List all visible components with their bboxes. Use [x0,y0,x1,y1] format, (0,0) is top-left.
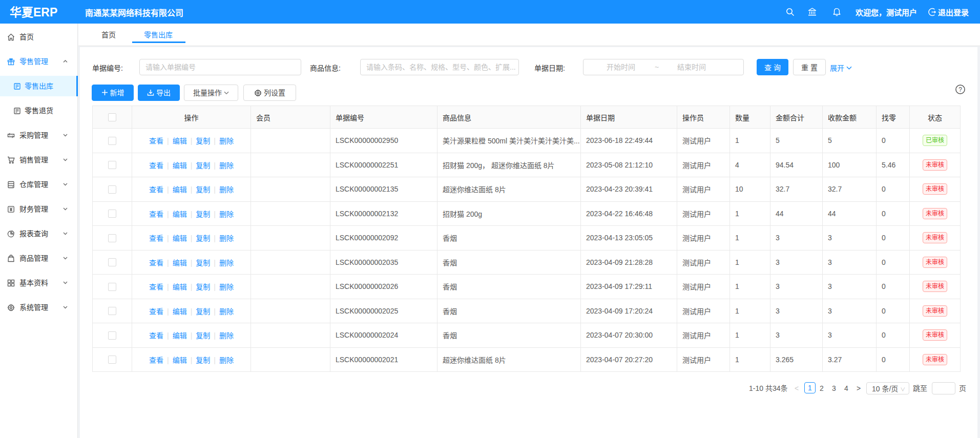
svg-text:?: ? [958,86,962,93]
